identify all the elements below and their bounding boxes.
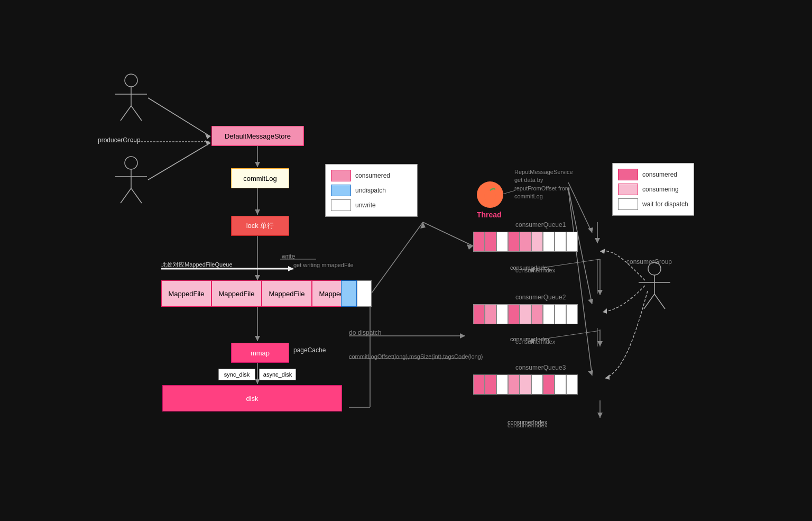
producer-group-label: producerGroup xyxy=(98,136,141,144)
cq2-cell-9 xyxy=(566,304,578,324)
mmap-box: mmap xyxy=(231,343,289,363)
consumered-swatch xyxy=(618,169,638,180)
undispatched-cell xyxy=(341,280,357,307)
svg-line-69 xyxy=(370,222,423,295)
svg-point-0 xyxy=(125,74,137,87)
svg-marker-53 xyxy=(603,308,607,314)
consumer-queue-1-label: consumerQueue1 xyxy=(515,221,566,228)
svg-marker-67 xyxy=(597,413,603,418)
cq1-cell-1 xyxy=(473,232,485,252)
wait-dispatch-label: wait for dispatch xyxy=(642,200,688,208)
svg-marker-54 xyxy=(605,374,610,380)
consumer-index-1-label: consumerIndex xyxy=(515,267,555,273)
cq2-cell-7 xyxy=(543,304,555,324)
mapped-file-3: MappedFile xyxy=(262,280,312,307)
disk-box: disk xyxy=(162,385,342,412)
svg-marker-34 xyxy=(595,238,600,243)
svg-marker-16 xyxy=(255,162,260,167)
svg-line-9 xyxy=(131,188,142,203)
consumered-label: consumered xyxy=(642,171,677,178)
commit-log-offset-label: commitLogOffset(long),msgSize(int),tagsC… xyxy=(349,353,483,360)
dispatched-color-swatch xyxy=(331,170,351,181)
svg-line-59 xyxy=(423,222,473,246)
cq2-cell-2 xyxy=(485,304,496,324)
cq3-cell-1 xyxy=(473,374,485,395)
svg-line-45 xyxy=(568,189,592,376)
svg-line-3 xyxy=(121,106,131,121)
unwrite-label: unwrite xyxy=(355,202,376,209)
get-writing-label: get writing mmapedFile xyxy=(293,262,354,268)
left-legend: consumered undispatch unwrite xyxy=(325,164,418,217)
consumering-label: consumering xyxy=(642,186,679,193)
cq2-cell-5 xyxy=(520,304,531,324)
svg-line-51 xyxy=(654,294,665,309)
cq3-cell-5 xyxy=(520,374,531,395)
svg-marker-70 xyxy=(420,222,426,228)
default-message-store-box: DefaultMessageStore xyxy=(211,126,304,146)
cq1-cell-7 xyxy=(543,232,555,252)
cq1-cell-4 xyxy=(508,232,520,252)
svg-marker-31 xyxy=(460,333,465,339)
svg-line-10 xyxy=(148,98,210,136)
thread-text-label: Thread xyxy=(477,211,502,219)
cq3-cell-2 xyxy=(485,374,496,395)
cq2-cell-6 xyxy=(531,304,543,324)
svg-marker-44 xyxy=(588,299,593,304)
consumer-queue-3-label: consumerQueue3 xyxy=(515,364,566,371)
svg-point-71 xyxy=(484,190,496,202)
consumer-index-bottom-label: consumerIndex xyxy=(508,422,547,428)
svg-marker-42 xyxy=(588,227,593,233)
unwrite-color-swatch xyxy=(331,199,351,211)
cq2-cell-1 xyxy=(473,304,485,324)
cq3-cell-3 xyxy=(496,374,508,395)
reput-message-service-label: ReputMessageServiceget data byreputFromO… xyxy=(514,168,578,201)
consumer-queue-3 xyxy=(473,374,578,395)
page-cache-label: pageCache xyxy=(293,346,326,354)
consumer-queue-2 xyxy=(473,304,578,324)
svg-marker-63 xyxy=(597,290,603,295)
svg-line-12 xyxy=(148,143,210,180)
cq1-cell-6 xyxy=(531,232,543,252)
svg-marker-52 xyxy=(600,249,605,254)
svg-marker-20 xyxy=(255,275,260,280)
svg-marker-18 xyxy=(255,209,260,215)
lock-single-box: lock 单行 xyxy=(231,216,289,236)
svg-marker-60 xyxy=(467,244,473,250)
cq3-cell-8 xyxy=(555,374,566,395)
undispatch-color-swatch xyxy=(331,185,351,196)
mapped-file-1: MappedFile xyxy=(161,280,211,307)
svg-line-50 xyxy=(644,294,654,309)
wait-dispatch-swatch xyxy=(618,198,638,210)
peach-svg xyxy=(482,187,498,203)
mapped-file-2: MappedFile xyxy=(211,280,262,307)
cq1-cell-3 xyxy=(496,232,508,252)
cq3-cell-7 xyxy=(543,374,555,395)
cq1-cell-8 xyxy=(555,232,566,252)
cq2-cell-8 xyxy=(555,304,566,324)
svg-point-5 xyxy=(125,157,137,169)
cq1-cell-2 xyxy=(485,232,496,252)
commit-log-box: commitLog xyxy=(231,168,289,188)
svg-marker-22 xyxy=(288,266,293,271)
consumer-group-label: consumerGroup xyxy=(626,258,672,266)
svg-marker-46 xyxy=(588,370,593,376)
undispatch-label: undispatch xyxy=(355,187,386,194)
svg-line-8 xyxy=(121,188,131,203)
do-dispatch-label: do dispatch xyxy=(349,329,381,336)
diagram: consumerIndex consumerIndex co xyxy=(0,0,812,521)
svg-line-4 xyxy=(131,106,142,121)
dispatched-label: consumered xyxy=(355,172,390,179)
unwrite-cell xyxy=(357,280,372,307)
cq1-cell-5 xyxy=(520,232,531,252)
consumer-index-2-label: consumerIndex xyxy=(515,339,555,345)
cq3-cell-4 xyxy=(508,374,520,395)
svg-marker-25 xyxy=(255,336,260,341)
cq3-cell-6 xyxy=(531,374,543,395)
right-legend: consumered consumering wait for dispatch xyxy=(612,163,694,216)
cq2-cell-4 xyxy=(508,304,520,324)
sync-disk-box: sync_disk xyxy=(218,369,255,380)
mapped-file-queue-label: 此处对应MappedFileQueue xyxy=(161,261,233,269)
consumer-queue-1 xyxy=(473,232,578,252)
async-disk-box: async_disk xyxy=(259,369,296,380)
cq3-cell-9 xyxy=(566,374,578,395)
